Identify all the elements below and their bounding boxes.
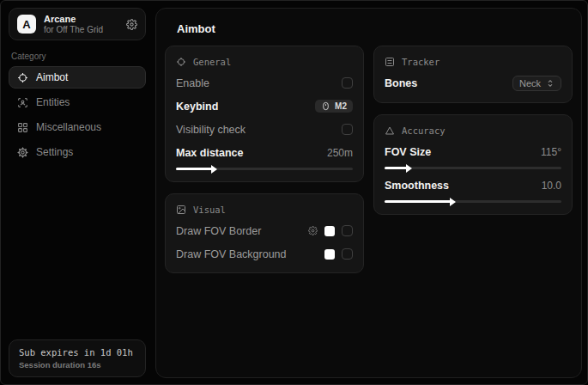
triangle-icon [385, 125, 395, 136]
app-header: A Arcane for Off The Grid [9, 8, 146, 40]
card-title: General [193, 57, 231, 67]
keybind-label: Keybind [176, 101, 218, 113]
smoothness-slider[interactable] [385, 200, 561, 203]
keybind-row: Keybind M2 [176, 99, 353, 113]
app-logo: A [17, 15, 36, 34]
fov-border-checkbox[interactable] [342, 225, 353, 236]
mouse-icon [321, 101, 330, 111]
sidebar-item-label: Miscellaneous [36, 121, 101, 133]
category-label: Category [11, 52, 143, 61]
visibility-check-label: Visibility check [176, 124, 246, 136]
max-distance-value: 250m [327, 147, 353, 159]
visual-card: Visual Draw FOV Border Draw [165, 193, 364, 273]
gear-icon[interactable] [308, 226, 318, 235]
keybind-value: M2 [335, 101, 347, 111]
fov-border-label: Draw FOV Border [176, 225, 261, 237]
fov-size-slider[interactable] [385, 167, 561, 169]
max-distance-slider[interactable] [176, 168, 353, 170]
app-subtitle: for Off The Grid [44, 25, 118, 35]
grid-icon [17, 122, 28, 133]
bones-select[interactable]: Neck [512, 76, 561, 91]
keybind-button[interactable]: M2 [315, 100, 353, 113]
tracker-card: Tracker Bones Neck [373, 46, 573, 103]
fov-background-color-swatch[interactable] [324, 249, 335, 260]
accuracy-card: Accuracy FOV Size 115° Smoothness 10.0 [373, 114, 573, 215]
page-title: Aimbot [177, 22, 573, 35]
sidebar-item-miscellaneous[interactable]: Miscellaneous [9, 116, 146, 138]
sidebar-item-label: Aimbot [36, 71, 68, 83]
sidebar-item-label: Settings [36, 146, 73, 158]
session-duration-text: Session duration 16s [19, 360, 136, 370]
subscription-panel: Sub expires in 1d 01h Session duration 1… [9, 339, 146, 377]
smoothness-label: Smoothness [385, 180, 449, 192]
crosshair-icon [17, 72, 28, 83]
bones-label: Bones [385, 77, 417, 89]
entities-icon [17, 97, 28, 108]
max-distance-row: Max distance 250m [176, 145, 353, 160]
sidebar-item-settings[interactable]: Settings [9, 141, 146, 163]
general-card: General Enable Keybind M2 [165, 46, 364, 182]
sidebar-item-aimbot[interactable]: Aimbot [9, 66, 146, 89]
main-panel: Aimbot General Enable [155, 8, 582, 378]
bones-row: Bones Neck [385, 76, 561, 91]
max-distance-label: Max distance [176, 147, 244, 159]
tracker-icon [385, 57, 395, 67]
smoothness-row: Smoothness 10.0 [385, 178, 561, 192]
smoothness-value: 10.0 [542, 180, 561, 192]
app-window: A Arcane for Off The Grid Category Aimbo… [0, 0, 588, 385]
card-title: Accuracy [402, 125, 446, 136]
sidebar-item-label: Entities [36, 96, 70, 108]
sub-expiry-text: Sub expires in 1d 01h [19, 347, 136, 358]
fov-size-label: FOV Size [385, 146, 431, 158]
enable-label: Enable [176, 77, 209, 89]
fov-size-value: 115° [541, 146, 561, 158]
card-title: Tracker [402, 57, 439, 67]
fov-size-row: FOV Size 115° [385, 144, 561, 159]
crosshair-icon [176, 57, 186, 67]
enable-checkbox[interactable] [342, 77, 353, 89]
app-title: Arcane [44, 14, 118, 25]
bones-selected-value: Neck [519, 78, 541, 89]
visibility-check-checkbox[interactable] [342, 124, 353, 135]
fov-background-row: Draw FOV Background [176, 247, 353, 261]
enable-row: Enable [176, 76, 353, 90]
sidebar-item-entities[interactable]: Entities [9, 91, 146, 113]
image-icon [176, 205, 186, 215]
fov-border-row: Draw FOV Border [176, 223, 353, 238]
card-title: Visual [193, 205, 226, 215]
fov-background-label: Draw FOV Background [176, 248, 287, 260]
gear-icon[interactable] [126, 19, 137, 30]
fov-border-color-swatch[interactable] [324, 226, 335, 236]
sidebar: A Arcane for Off The Grid Category Aimbo… [1, 1, 154, 384]
fov-background-checkbox[interactable] [342, 248, 353, 260]
gear-icon [17, 147, 28, 158]
visibility-check-row: Visibility check [176, 122, 353, 137]
chevrons-up-down-icon [546, 79, 555, 88]
